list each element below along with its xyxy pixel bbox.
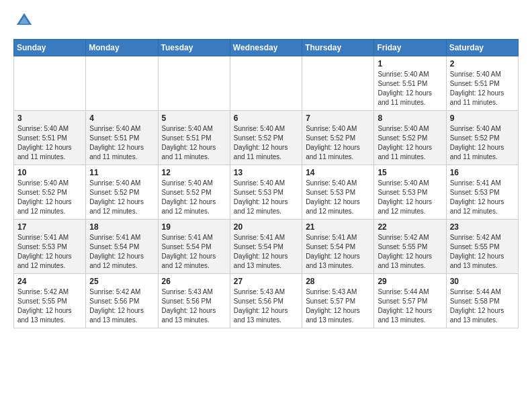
week-row-3: 10Sunrise: 5:40 AM Sunset: 5:52 PM Dayli… xyxy=(14,165,519,220)
calendar-body: 1Sunrise: 5:40 AM Sunset: 5:51 PM Daylig… xyxy=(14,56,519,328)
calendar-cell: 14Sunrise: 5:40 AM Sunset: 5:53 PM Dayli… xyxy=(302,165,374,220)
day-info: Sunrise: 5:41 AM Sunset: 5:54 PM Dayligh… xyxy=(89,233,154,271)
day-info: Sunrise: 5:40 AM Sunset: 5:53 PM Dayligh… xyxy=(234,179,298,216)
weekday-sunday: Sunday xyxy=(14,40,86,56)
day-info: Sunrise: 5:40 AM Sunset: 5:53 PM Dayligh… xyxy=(378,179,442,216)
day-number: 19 xyxy=(162,222,226,232)
day-number: 11 xyxy=(89,168,154,177)
calendar-cell: 22Sunrise: 5:42 AM Sunset: 5:55 PM Dayli… xyxy=(374,220,446,274)
day-info: Sunrise: 5:42 AM Sunset: 5:55 PM Dayligh… xyxy=(378,233,442,271)
day-info: Sunrise: 5:40 AM Sunset: 5:52 PM Dayligh… xyxy=(306,124,370,162)
day-info: Sunrise: 5:40 AM Sunset: 5:52 PM Dayligh… xyxy=(162,179,226,216)
day-info: Sunrise: 5:41 AM Sunset: 5:53 PM Dayligh… xyxy=(450,179,515,216)
day-info: Sunrise: 5:40 AM Sunset: 5:51 PM Dayligh… xyxy=(17,124,82,162)
day-number: 27 xyxy=(234,277,298,286)
day-info: Sunrise: 5:40 AM Sunset: 5:53 PM Dayligh… xyxy=(306,179,370,216)
day-number: 16 xyxy=(450,168,515,177)
day-number: 30 xyxy=(450,277,515,286)
day-info: Sunrise: 5:42 AM Sunset: 5:55 PM Dayligh… xyxy=(17,287,82,325)
week-row-5: 24Sunrise: 5:42 AM Sunset: 5:55 PM Dayli… xyxy=(14,274,519,328)
weekday-saturday: Saturday xyxy=(446,40,518,56)
day-number: 20 xyxy=(234,222,298,232)
day-number: 10 xyxy=(17,168,82,177)
calendar-cell: 17Sunrise: 5:41 AM Sunset: 5:53 PM Dayli… xyxy=(14,220,86,274)
calendar-cell: 15Sunrise: 5:40 AM Sunset: 5:53 PM Dayli… xyxy=(374,165,446,220)
day-number: 15 xyxy=(378,168,442,177)
calendar-cell: 6Sunrise: 5:40 AM Sunset: 5:52 PM Daylig… xyxy=(230,111,302,165)
day-number: 12 xyxy=(162,168,226,177)
day-info: Sunrise: 5:40 AM Sunset: 5:52 PM Dayligh… xyxy=(378,124,442,162)
calendar-cell: 8Sunrise: 5:40 AM Sunset: 5:52 PM Daylig… xyxy=(374,111,446,165)
calendar-cell: 27Sunrise: 5:43 AM Sunset: 5:56 PM Dayli… xyxy=(230,274,302,328)
weekday-header-row: SundayMondayTuesdayWednesdayThursdayFrid… xyxy=(14,40,519,56)
calendar-cell: 11Sunrise: 5:40 AM Sunset: 5:52 PM Dayli… xyxy=(86,165,158,220)
day-number: 17 xyxy=(17,222,82,232)
weekday-thursday: Thursday xyxy=(302,40,374,56)
calendar-cell xyxy=(86,56,158,111)
day-number: 3 xyxy=(17,113,82,123)
day-number: 18 xyxy=(89,222,154,232)
calendar-cell: 24Sunrise: 5:42 AM Sunset: 5:55 PM Dayli… xyxy=(14,274,86,328)
day-info: Sunrise: 5:40 AM Sunset: 5:51 PM Dayligh… xyxy=(89,124,154,162)
calendar-cell: 9Sunrise: 5:40 AM Sunset: 5:52 PM Daylig… xyxy=(446,111,518,165)
day-number: 25 xyxy=(89,277,154,286)
day-info: Sunrise: 5:40 AM Sunset: 5:51 PM Dayligh… xyxy=(378,70,442,107)
logo-icon xyxy=(15,11,34,30)
calendar-cell: 26Sunrise: 5:43 AM Sunset: 5:56 PM Dayli… xyxy=(158,274,230,328)
day-info: Sunrise: 5:43 AM Sunset: 5:56 PM Dayligh… xyxy=(234,287,298,325)
calendar-cell xyxy=(14,56,86,111)
day-number: 9 xyxy=(450,113,515,123)
calendar-cell: 7Sunrise: 5:40 AM Sunset: 5:52 PM Daylig… xyxy=(302,111,374,165)
day-info: Sunrise: 5:40 AM Sunset: 5:51 PM Dayligh… xyxy=(450,70,515,107)
day-number: 2 xyxy=(450,59,515,68)
calendar-cell: 16Sunrise: 5:41 AM Sunset: 5:53 PM Dayli… xyxy=(446,165,518,220)
day-info: Sunrise: 5:42 AM Sunset: 5:55 PM Dayligh… xyxy=(450,233,515,271)
calendar-cell: 3Sunrise: 5:40 AM Sunset: 5:51 PM Daylig… xyxy=(14,111,86,165)
day-info: Sunrise: 5:41 AM Sunset: 5:54 PM Dayligh… xyxy=(162,233,226,271)
calendar-cell: 20Sunrise: 5:41 AM Sunset: 5:54 PM Dayli… xyxy=(230,220,302,274)
week-row-1: 1Sunrise: 5:40 AM Sunset: 5:51 PM Daylig… xyxy=(14,56,519,111)
day-info: Sunrise: 5:41 AM Sunset: 5:54 PM Dayligh… xyxy=(234,233,298,271)
day-number: 6 xyxy=(234,113,298,123)
calendar-cell: 10Sunrise: 5:40 AM Sunset: 5:52 PM Dayli… xyxy=(14,165,86,220)
calendar-cell xyxy=(230,56,302,111)
day-info: Sunrise: 5:40 AM Sunset: 5:52 PM Dayligh… xyxy=(17,179,82,216)
calendar-cell: 29Sunrise: 5:44 AM Sunset: 5:57 PM Dayli… xyxy=(374,274,446,328)
calendar-header: SundayMondayTuesdayWednesdayThursdayFrid… xyxy=(14,40,519,56)
weekday-wednesday: Wednesday xyxy=(230,40,302,56)
calendar-cell xyxy=(158,56,230,111)
calendar-cell xyxy=(302,56,374,111)
day-number: 29 xyxy=(378,277,442,286)
day-info: Sunrise: 5:43 AM Sunset: 5:56 PM Dayligh… xyxy=(162,287,226,325)
day-info: Sunrise: 5:41 AM Sunset: 5:54 PM Dayligh… xyxy=(306,233,370,271)
day-info: Sunrise: 5:41 AM Sunset: 5:53 PM Dayligh… xyxy=(17,233,82,271)
day-number: 4 xyxy=(89,113,154,123)
day-info: Sunrise: 5:44 AM Sunset: 5:57 PM Dayligh… xyxy=(378,287,442,325)
calendar-cell: 5Sunrise: 5:40 AM Sunset: 5:51 PM Daylig… xyxy=(158,111,230,165)
logo xyxy=(13,11,34,32)
header xyxy=(13,11,519,32)
day-number: 23 xyxy=(450,222,515,232)
weekday-monday: Monday xyxy=(86,40,158,56)
week-row-4: 17Sunrise: 5:41 AM Sunset: 5:53 PM Dayli… xyxy=(14,220,519,274)
day-number: 28 xyxy=(306,277,370,286)
calendar-cell: 12Sunrise: 5:40 AM Sunset: 5:52 PM Dayli… xyxy=(158,165,230,220)
calendar-cell: 28Sunrise: 5:43 AM Sunset: 5:57 PM Dayli… xyxy=(302,274,374,328)
day-info: Sunrise: 5:40 AM Sunset: 5:51 PM Dayligh… xyxy=(162,124,226,162)
calendar: SundayMondayTuesdayWednesdayThursdayFrid… xyxy=(13,39,519,328)
day-number: 24 xyxy=(17,277,82,286)
day-number: 22 xyxy=(378,222,442,232)
day-info: Sunrise: 5:40 AM Sunset: 5:52 PM Dayligh… xyxy=(234,124,298,162)
calendar-cell: 4Sunrise: 5:40 AM Sunset: 5:51 PM Daylig… xyxy=(86,111,158,165)
calendar-cell: 21Sunrise: 5:41 AM Sunset: 5:54 PM Dayli… xyxy=(302,220,374,274)
day-info: Sunrise: 5:40 AM Sunset: 5:52 PM Dayligh… xyxy=(450,124,515,162)
day-info: Sunrise: 5:44 AM Sunset: 5:58 PM Dayligh… xyxy=(450,287,515,325)
day-number: 7 xyxy=(306,113,370,123)
calendar-cell: 1Sunrise: 5:40 AM Sunset: 5:51 PM Daylig… xyxy=(374,56,446,111)
day-info: Sunrise: 5:43 AM Sunset: 5:57 PM Dayligh… xyxy=(306,287,370,325)
calendar-cell: 18Sunrise: 5:41 AM Sunset: 5:54 PM Dayli… xyxy=(86,220,158,274)
weekday-tuesday: Tuesday xyxy=(158,40,230,56)
day-number: 1 xyxy=(378,59,442,68)
day-number: 26 xyxy=(162,277,226,286)
week-row-2: 3Sunrise: 5:40 AM Sunset: 5:51 PM Daylig… xyxy=(14,111,519,165)
